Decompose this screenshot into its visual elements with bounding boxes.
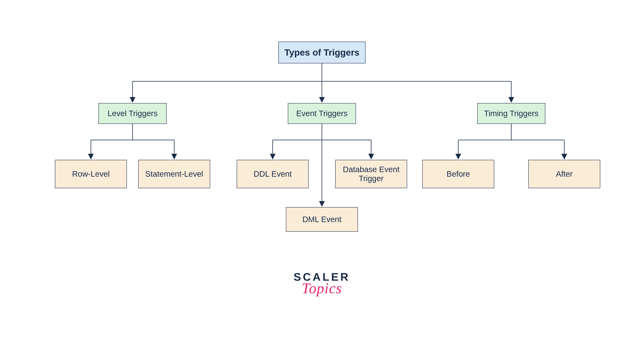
- leaf-statement-level: Statement-Level: [138, 160, 210, 188]
- leaf-database-event: Database Event Trigger: [335, 160, 407, 188]
- leaf-after: After: [528, 160, 600, 188]
- trigger-types-diagram: Types of Triggers Level Triggers Event T…: [0, 0, 644, 352]
- category-level-triggers: Level Triggers: [98, 103, 167, 124]
- leaf-ddl-event: DDL Event: [237, 160, 309, 188]
- scaler-topics-logo: SCALER Topics: [288, 270, 356, 297]
- leaf-before: Before: [422, 160, 494, 188]
- leaf-dml-event: DML Event: [286, 207, 358, 232]
- category-event-triggers: Event Triggers: [288, 103, 356, 124]
- leaf-row-level: Row-Level: [55, 160, 127, 188]
- category-timing-triggers: Timing Triggers: [477, 103, 545, 124]
- root-node: Types of Triggers: [278, 42, 366, 63]
